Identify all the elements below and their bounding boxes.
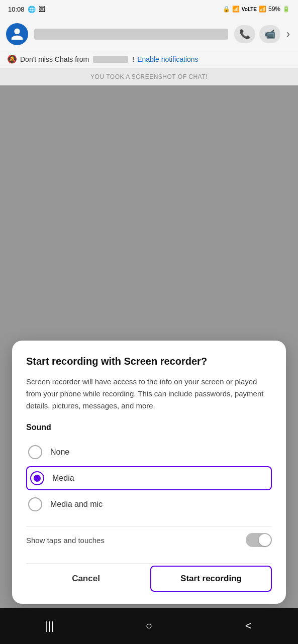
radio-label-media: Media: [52, 474, 74, 483]
content-area: Start recording with Screen recorder? Sc…: [0, 85, 298, 644]
modal-backdrop: Start recording with Screen recorder? Sc…: [0, 85, 298, 644]
contact-name: [34, 29, 228, 40]
status-bar-right: 🔒 📶 VoLTE 📶 59% 🔋: [223, 6, 290, 13]
toggle-label: Show taps and touches: [26, 536, 105, 545]
taps-toggle-row: Show taps and touches: [26, 526, 272, 553]
dont-miss-text: Don't miss Chats from: [20, 55, 89, 63]
radio-option-media[interactable]: Media: [26, 466, 272, 490]
enable-notifications-link[interactable]: Enable notifications: [137, 55, 198, 63]
start-recording-button[interactable]: Start recording: [150, 566, 272, 592]
page-wrapper: 10:08 🌐 🖼 🔒 📶 VoLTE 📶 59% 🔋 📞 📹 › 🔕: [0, 0, 298, 644]
radio-button-none[interactable]: [28, 445, 42, 459]
button-divider: [146, 567, 146, 591]
cancel-button[interactable]: Cancel: [26, 567, 146, 591]
contact-name-blur: [93, 56, 128, 63]
lte-icon: VoLTE: [242, 7, 257, 12]
radio-button-media[interactable]: [30, 471, 44, 485]
signal-bars-icon: 📶: [259, 6, 266, 13]
more-options-button[interactable]: ›: [284, 26, 292, 43]
image-icon: 🖼: [39, 6, 45, 13]
signal-icon: 🌐: [28, 6, 36, 13]
recent-apps-button[interactable]: |||: [35, 617, 65, 635]
bell-muted-icon: 🔕: [7, 54, 17, 64]
chat-header: 📞 📹 ›: [0, 18, 298, 50]
screen-recorder-dialog: Start recording with Screen recorder? Sc…: [12, 341, 286, 604]
time-display: 10:08: [8, 6, 25, 13]
video-call-button[interactable]: 📹: [259, 25, 280, 43]
wifi-icon: 📶: [232, 6, 240, 13]
dialog-body: Screen recorder will have access to the …: [26, 376, 272, 412]
user-icon: [10, 27, 24, 41]
radio-option-media-mic[interactable]: Media and mic: [26, 492, 272, 516]
back-button[interactable]: <: [233, 617, 263, 635]
battery-icon: 🔋: [282, 6, 290, 13]
bottom-nav: ||| ○ <: [0, 608, 298, 644]
header-icons: 📞 📹 ›: [234, 25, 292, 43]
screenshot-notice: YOU TOOK A SCREENSHOT OF CHAT!: [0, 68, 298, 85]
radio-label-media-mic: Media and mic: [50, 500, 103, 509]
status-bar: 10:08 🌐 🖼 🔒 📶 VoLTE 📶 59% 🔋: [0, 0, 298, 18]
radio-inner-media: [34, 475, 41, 482]
notification-banner: 🔕 Don't miss Chats from ! Enable notific…: [0, 50, 298, 68]
lock-icon: 🔒: [223, 6, 230, 13]
radio-option-none[interactable]: None: [26, 440, 272, 464]
avatar: [6, 23, 28, 45]
toggle-knob: [259, 534, 271, 546]
sound-section-title: Sound: [26, 423, 272, 432]
battery-percent: 59%: [268, 6, 280, 13]
home-button[interactable]: ○: [134, 617, 164, 635]
sound-options: None Media Media and mic: [26, 440, 272, 516]
call-button[interactable]: 📞: [234, 25, 255, 43]
exclamation: !: [132, 55, 134, 63]
taps-toggle[interactable]: [246, 533, 272, 547]
radio-button-media-mic[interactable]: [28, 497, 42, 511]
status-bar-left: 10:08 🌐 🖼: [8, 6, 45, 13]
dialog-actions: Cancel Start recording: [26, 563, 272, 592]
dialog-title: Start recording with Screen recorder?: [26, 355, 272, 368]
radio-label-none: None: [50, 448, 69, 457]
